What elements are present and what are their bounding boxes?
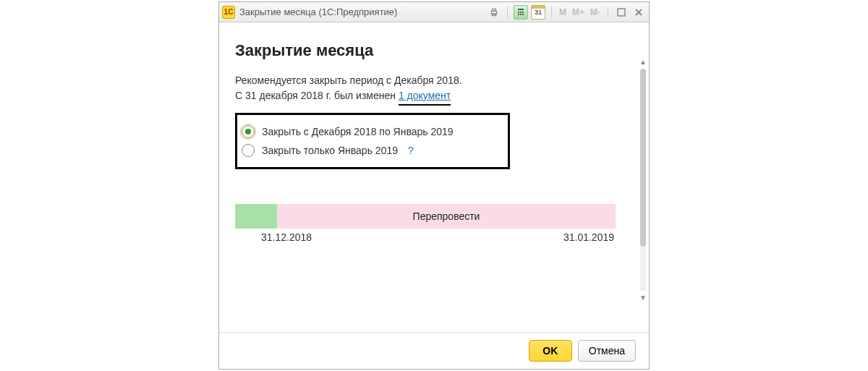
radio-icon — [242, 125, 255, 138]
progress-bar: Перепровести — [235, 204, 616, 229]
changed-docs-link[interactable]: 1 документ — [399, 90, 451, 101]
close-period-options: Закрыть с Декабря 2018 по Январь 2019 За… — [235, 113, 510, 169]
dialog-footer: OK Отмена — [219, 332, 649, 369]
window-title: Закрытие месяца (1С:Предприятие) — [239, 7, 397, 17]
print-icon[interactable] — [487, 5, 501, 20]
vertical-scrollbar[interactable] — [640, 69, 646, 291]
calendar-icon[interactable]: 31 — [531, 5, 545, 20]
scroll-down-icon[interactable]: ▼ — [639, 293, 647, 302]
page-title: Закрытие месяца — [235, 41, 634, 60]
svg-rect-5 — [520, 12, 522, 13]
memory-m-icon[interactable]: M — [558, 7, 568, 17]
app-logo-icon: 1C — [222, 6, 235, 19]
help-icon[interactable]: ? — [408, 145, 414, 156]
calculator-icon[interactable] — [514, 5, 528, 20]
titlebar: 1C Закрытие месяца (1С:Предприятие) 31 M… — [219, 2, 649, 22]
ok-button[interactable]: OK — [529, 340, 572, 362]
svg-rect-8 — [520, 14, 522, 15]
svg-rect-4 — [518, 12, 519, 13]
radio-icon — [242, 144, 255, 157]
svg-rect-3 — [518, 9, 524, 10]
progress-repost-segment[interactable]: Перепровести — [277, 204, 616, 229]
content-area: Закрытие месяца Рекомендуется закрыть пе… — [219, 22, 649, 332]
month-close-window: 1C Закрытие месяца (1С:Предприятие) 31 M… — [218, 1, 650, 370]
progress-dates: 31.12.2018 31.01.2019 — [235, 231, 616, 243]
recommendation-text: Рекомендуется закрыть период с Декабря 2… — [235, 73, 634, 106]
scroll-thumb[interactable] — [640, 69, 646, 247]
memory-mplus-icon[interactable]: M+ — [571, 7, 586, 17]
svg-rect-1 — [493, 9, 496, 11]
cancel-button[interactable]: Отмена — [578, 340, 636, 362]
svg-rect-7 — [518, 14, 519, 15]
close-icon[interactable] — [631, 5, 646, 20]
svg-rect-6 — [522, 12, 524, 13]
recommend-line-2-prefix: С 31 декабря 2018 г. был изменен — [235, 90, 399, 101]
period-progress: Перепровести 31.12.2018 31.01.2019 — [235, 204, 616, 243]
radio-close-range[interactable]: Закрыть с Декабря 2018 по Январь 2019 — [242, 122, 498, 141]
radio-close-single[interactable]: Закрыть только Январь 2019 ? — [242, 141, 498, 160]
svg-rect-9 — [522, 14, 524, 15]
date-start: 31.12.2018 — [261, 231, 312, 243]
radio-label: Закрыть только Январь 2019 — [262, 145, 398, 156]
minimize-icon[interactable] — [614, 5, 629, 20]
date-end: 31.01.2019 — [563, 231, 614, 243]
titlebar-tools: 31 M M+ M- — [487, 5, 646, 20]
progress-complete-segment — [235, 204, 277, 229]
recommend-line-1: Рекомендуется закрыть период с Декабря 2… — [235, 73, 634, 88]
radio-label: Закрыть с Декабря 2018 по Январь 2019 — [262, 126, 454, 137]
svg-rect-10 — [618, 9, 625, 16]
memory-mminus-icon[interactable]: M- — [589, 7, 602, 17]
scroll-up-icon[interactable]: ▲ — [639, 57, 647, 66]
